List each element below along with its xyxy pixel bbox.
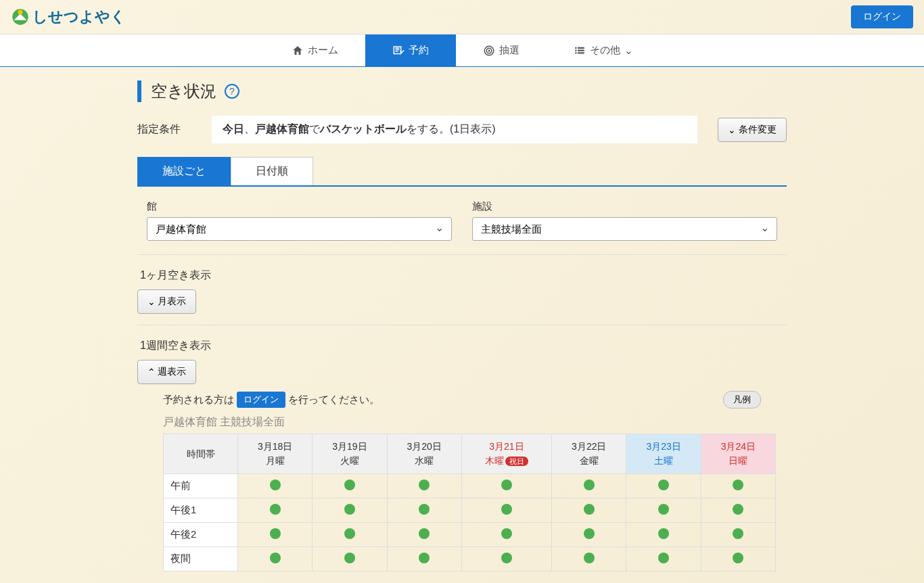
available-icon xyxy=(344,504,355,515)
page-title: 空き状況 ? xyxy=(137,80,787,102)
availability-cell[interactable] xyxy=(552,474,626,498)
available-icon xyxy=(419,480,430,490)
availability-cell[interactable] xyxy=(313,547,387,572)
main-nav: ホーム 予約 抽選 その他 ⌄ xyxy=(0,34,924,67)
availability-cell[interactable] xyxy=(387,547,461,572)
available-icon xyxy=(658,480,669,490)
week-toggle-button[interactable]: ⌃週表示 xyxy=(137,360,196,384)
nav-home-label: ホーム xyxy=(308,44,338,57)
month-section-header: 1ヶ月空き表示 xyxy=(140,269,787,283)
day-header: 3月18日月曜 xyxy=(238,434,313,474)
availability-cell[interactable] xyxy=(552,523,626,547)
home-icon xyxy=(292,45,304,57)
available-icon xyxy=(584,504,595,515)
chevron-up-icon: ⌃ xyxy=(147,367,156,377)
available-icon xyxy=(658,528,669,539)
svg-point-4 xyxy=(488,50,490,51)
availability-cell[interactable] xyxy=(461,547,551,572)
tab-by-date[interactable]: 日付順 xyxy=(231,157,313,185)
login-notice: 予約される方は ログイン を行ってください。 xyxy=(163,392,379,408)
table-row: 午前 xyxy=(164,474,776,498)
availability-cell[interactable] xyxy=(238,547,313,572)
availability-cell[interactable] xyxy=(626,474,701,498)
nav-other-label: その他 xyxy=(590,44,620,57)
available-icon xyxy=(270,480,281,490)
available-icon xyxy=(270,528,281,539)
list-icon xyxy=(574,45,586,57)
login-link[interactable]: ログイン xyxy=(237,392,285,408)
chevron-down-icon: ⌄ xyxy=(147,296,156,307)
availability-cell[interactable] xyxy=(313,523,387,547)
svg-rect-6 xyxy=(578,47,584,48)
availability-cell[interactable] xyxy=(626,523,701,547)
day-header: 3月19日火曜 xyxy=(313,434,387,474)
building-select[interactable]: 戸越体育館 xyxy=(147,217,452,241)
change-condition-button[interactable]: ⌄条件変更 xyxy=(718,118,787,142)
table-row: 午後1 xyxy=(164,498,776,523)
svg-rect-7 xyxy=(575,49,576,51)
availability-cell[interactable] xyxy=(701,523,775,547)
available-icon xyxy=(501,553,512,563)
building-label: 館 xyxy=(147,200,452,213)
availability-cell[interactable] xyxy=(701,498,775,523)
availability-cell[interactable] xyxy=(238,498,313,523)
month-toggle-button[interactable]: ⌄月表示 xyxy=(137,289,196,314)
week-section-header: 1週間空き表示 xyxy=(140,339,787,353)
availability-cell[interactable] xyxy=(461,474,551,498)
availability-cell[interactable] xyxy=(238,474,313,498)
nav-lottery-label: 抽選 xyxy=(499,44,519,57)
availability-cell[interactable] xyxy=(313,474,387,498)
lottery-icon xyxy=(483,45,495,57)
login-button[interactable]: ログイン xyxy=(851,5,913,28)
available-icon xyxy=(419,504,430,515)
availability-cell[interactable] xyxy=(238,523,313,547)
nav-other[interactable]: その他 ⌄ xyxy=(547,34,660,66)
time-slot-label: 午後1 xyxy=(164,498,238,523)
legend-button[interactable]: 凡例 xyxy=(723,391,761,409)
available-icon xyxy=(584,528,595,539)
holiday-badge: 祝日 xyxy=(505,457,528,466)
available-icon xyxy=(584,480,595,490)
availability-cell[interactable] xyxy=(552,498,626,523)
help-icon[interactable]: ? xyxy=(225,84,239,99)
available-icon xyxy=(270,553,281,563)
nav-home[interactable]: ホーム xyxy=(264,34,365,66)
available-icon xyxy=(344,553,355,563)
available-icon xyxy=(344,528,355,539)
nav-lottery[interactable]: 抽選 xyxy=(456,34,547,66)
condition-text: 今日、戸越体育館でバスケットボールをする。(1日表示) xyxy=(212,116,697,143)
availability-cell[interactable] xyxy=(313,498,387,523)
availability-cell[interactable] xyxy=(461,498,551,523)
available-icon xyxy=(419,553,430,563)
available-icon xyxy=(733,480,743,490)
available-icon xyxy=(501,504,512,515)
day-header: 3月24日日曜 xyxy=(701,434,775,474)
logo-text: しせつよやく xyxy=(32,7,126,27)
availability-cell[interactable] xyxy=(626,498,701,523)
table-caption: 戸越体育館 主競技場全面 xyxy=(137,415,787,429)
available-icon xyxy=(658,553,669,563)
nav-reserve[interactable]: 予約 xyxy=(365,34,456,66)
time-slot-label: 午前 xyxy=(164,474,238,498)
availability-cell[interactable] xyxy=(387,523,461,547)
condition-label: 指定条件 xyxy=(137,122,191,137)
nav-reserve-label: 予約 xyxy=(409,44,429,57)
facility-select[interactable]: 主競技場全面 xyxy=(472,217,777,241)
chevron-down-icon: ⌄ xyxy=(728,124,736,135)
availability-cell[interactable] xyxy=(552,547,626,572)
available-icon xyxy=(344,480,355,490)
available-icon xyxy=(419,528,430,539)
availability-cell[interactable] xyxy=(701,547,775,572)
availability-cell[interactable] xyxy=(701,474,775,498)
logo[interactable]: しせつよやく xyxy=(11,7,126,27)
availability-cell[interactable] xyxy=(387,474,461,498)
day-header: 3月21日木曜祝日 xyxy=(461,434,551,474)
tab-by-facility[interactable]: 施設ごと xyxy=(137,157,231,185)
available-icon xyxy=(658,504,669,515)
availability-cell[interactable] xyxy=(387,498,461,523)
logo-icon xyxy=(11,7,30,26)
availability-cell[interactable] xyxy=(461,523,551,547)
svg-rect-9 xyxy=(575,52,576,53)
time-slot-label: 夜間 xyxy=(164,547,238,572)
availability-cell[interactable] xyxy=(626,547,701,572)
